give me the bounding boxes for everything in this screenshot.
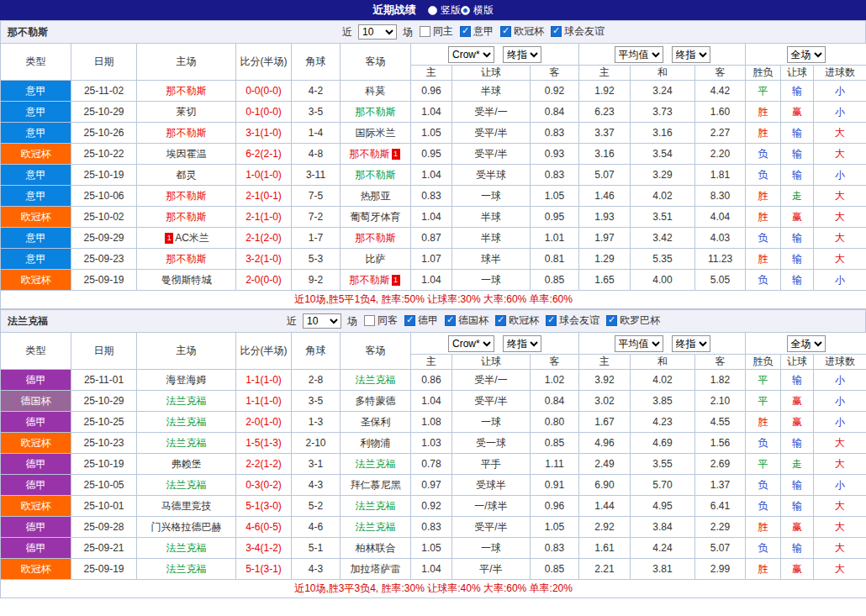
team-link[interactable]: 曼彻斯特城 [161, 274, 212, 286]
match-score[interactable]: 1-1(1-0) [236, 391, 292, 412]
team-link[interactable]: 那不勒斯 [166, 190, 207, 202]
full-match-select[interactable]: 全场 [787, 46, 826, 63]
euro-time-select[interactable]: 终指 [672, 46, 710, 63]
match-score[interactable]: 5-1(3-1) [236, 559, 292, 580]
team-link[interactable]: 加拉塔萨雷 [351, 563, 401, 575]
team-link[interactable]: 法兰克福 [356, 458, 396, 470]
match-score[interactable]: 1-0(1-0) [236, 165, 292, 186]
handicap-company-select[interactable]: Crow* [448, 335, 494, 352]
match-count-select[interactable]: 10 [303, 313, 341, 329]
team-link[interactable]: 法兰克福 [166, 437, 207, 449]
team-link[interactable]: 那不勒斯 [350, 274, 390, 286]
radio-unselected-icon[interactable] [428, 6, 437, 15]
filter-checkbox-德甲[interactable]: 德甲 [404, 313, 438, 328]
match-score[interactable]: 1-1(1-0) [236, 370, 292, 391]
filter-checkbox-球会友谊[interactable]: 球会友谊 [551, 24, 605, 39]
team-link[interactable]: 法兰克福 [166, 479, 207, 491]
team-link[interactable]: 那不勒斯 [356, 169, 396, 181]
match-score[interactable]: 2-1(1-0) [236, 207, 292, 228]
team-link[interactable]: 那不勒斯 [166, 85, 207, 97]
match-score[interactable]: 2-1(0-1) [236, 186, 292, 207]
team-link[interactable]: 法兰克福 [356, 521, 396, 533]
team-link[interactable]: 国际米兰 [356, 127, 396, 139]
handicap-company-select[interactable]: Crow* [448, 46, 494, 63]
match-score[interactable]: 2-2(1-2) [236, 454, 292, 475]
euro-time-select[interactable]: 终指 [672, 335, 710, 352]
team-link[interactable]: 法兰克福 [166, 542, 207, 554]
match-score[interactable]: 6-2(2-1) [236, 144, 292, 165]
checkbox-checked-icon[interactable] [445, 315, 456, 326]
radio-selected-icon[interactable] [461, 6, 470, 15]
match-score[interactable]: 0-0(0-0) [236, 81, 292, 102]
team-link[interactable]: 柏林联合 [356, 542, 396, 554]
view-mode-radio-1[interactable]: 横版 [461, 3, 494, 18]
match-score[interactable]: 2-0(0-0) [236, 270, 292, 291]
filter-checkbox-欧冠杯[interactable]: 欧冠杯 [500, 24, 544, 39]
team-link[interactable]: 拜仁慕尼黑 [351, 479, 401, 491]
checkbox-checked-icon[interactable] [546, 315, 557, 326]
team-link[interactable]: 圣保利 [361, 416, 391, 428]
checkbox-checked-icon[interactable] [495, 315, 506, 326]
checkbox-checked-icon[interactable] [404, 315, 415, 326]
checkbox-checked-icon[interactable] [551, 26, 562, 37]
home-team-cell: 莱切 [137, 102, 236, 123]
match-score[interactable]: 4-6(0-5) [236, 517, 292, 538]
match-count-select[interactable]: 10 [358, 24, 397, 39]
match-score[interactable]: 0-3(0-2) [236, 475, 292, 496]
team-link[interactable]: 科莫 [366, 85, 386, 97]
team-link[interactable]: AC米兰 [175, 232, 209, 244]
match-score[interactable]: 5-1(3-0) [236, 496, 292, 517]
match-score[interactable]: 1-5(1-3) [236, 433, 292, 454]
team-link[interactable]: 法兰克福 [166, 563, 207, 575]
team-link[interactable]: 都灵 [177, 169, 197, 181]
euro-away-odds: 1.60 [695, 102, 746, 123]
team-link[interactable]: 马德里竞技 [161, 500, 212, 512]
match-score[interactable]: 3-2(1-0) [236, 249, 292, 270]
team-link[interactable]: 热那亚 [361, 190, 391, 202]
team-link[interactable]: 那不勒斯 [166, 127, 207, 139]
team-link[interactable]: 埃因霍温 [166, 148, 207, 160]
handicap-time-select[interactable]: 终指 [503, 335, 541, 352]
team-link[interactable]: 多特蒙德 [356, 395, 396, 407]
match-score[interactable]: 2-0(1-0) [236, 412, 292, 433]
filter-checkbox-球会友谊[interactable]: 球会友谊 [546, 313, 599, 328]
filter-checkbox-同主[interactable]: 同主 [420, 24, 453, 39]
checkbox-checked-icon[interactable] [460, 26, 471, 37]
euro-company-select[interactable]: 平均值 [615, 335, 663, 352]
team-link[interactable]: 利物浦 [361, 437, 391, 449]
team-link[interactable]: 葡萄牙体育 [351, 211, 401, 223]
team-link[interactable]: 那不勒斯 [166, 211, 207, 223]
handicap-time-select[interactable]: 终指 [503, 46, 541, 63]
filter-checkbox-意甲[interactable]: 意甲 [460, 24, 494, 39]
euro-company-select[interactable]: 平均值 [615, 46, 663, 63]
team-link[interactable]: 那不勒斯 [356, 232, 396, 244]
filter-checkbox-欧冠杯[interactable]: 欧冠杯 [495, 313, 539, 328]
team-link[interactable]: 那不勒斯 [166, 253, 207, 265]
team-link[interactable]: 门兴格拉德巴赫 [151, 521, 222, 533]
checkbox-unchecked-icon[interactable] [420, 26, 430, 37]
match-score[interactable]: 2-1(2-0) [236, 228, 292, 249]
filter-checkbox-德国杯[interactable]: 德国杯 [445, 313, 488, 328]
team-link[interactable]: 弗赖堡 [172, 458, 202, 470]
checkbox-checked-icon[interactable] [500, 26, 511, 37]
filter-checkbox-同客[interactable]: 同客 [364, 313, 398, 328]
team-link[interactable]: 海登海姆 [166, 374, 207, 386]
checkbox-unchecked-icon[interactable] [364, 315, 375, 326]
team-link[interactable]: 法兰克福 [356, 500, 396, 512]
full-match-select[interactable]: 全场 [787, 335, 826, 352]
match-score[interactable]: 0-1(0-0) [236, 102, 292, 123]
ah-handicap-line: 受平/半 [452, 123, 531, 144]
euro-draw-odds: 4.02 [631, 370, 695, 391]
match-score[interactable]: 3-1(1-0) [236, 123, 292, 144]
checkbox-checked-icon[interactable] [606, 315, 617, 326]
team-link[interactable]: 莱切 [177, 106, 197, 118]
team-link[interactable]: 那不勒斯 [350, 148, 390, 160]
view-mode-radio-0[interactable]: 竖版 [428, 3, 461, 18]
filter-checkbox-欧罗巴杯[interactable]: 欧罗巴杯 [606, 313, 660, 328]
match-score[interactable]: 3-4(1-2) [236, 538, 292, 559]
team-link[interactable]: 那不勒斯 [356, 106, 396, 118]
team-link[interactable]: 比萨 [366, 253, 386, 265]
team-link[interactable]: 法兰克福 [356, 374, 396, 386]
team-link[interactable]: 法兰克福 [166, 395, 207, 407]
team-link[interactable]: 法兰克福 [166, 416, 207, 428]
